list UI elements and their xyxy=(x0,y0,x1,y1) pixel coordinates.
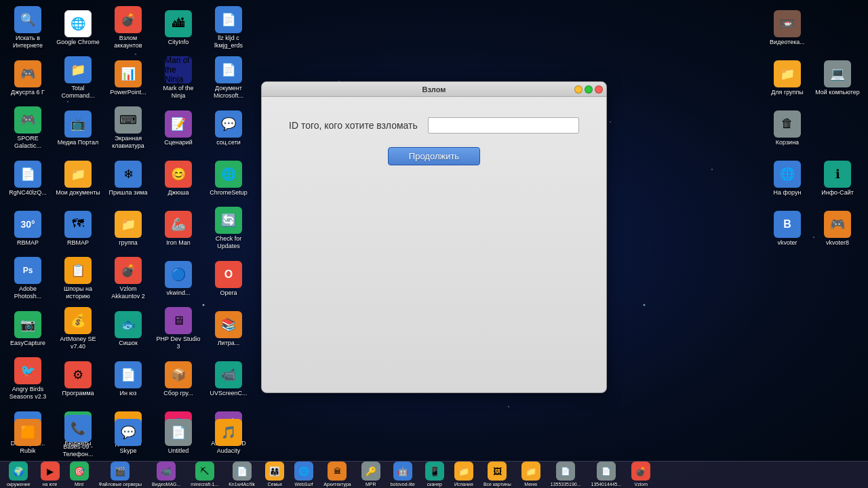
button-row: Продолжить xyxy=(289,147,579,165)
modal-content: ID того, кого хотите взломать Продолжить xyxy=(262,97,606,186)
id-input[interactable] xyxy=(428,117,579,134)
modal-titlebar: Взлом xyxy=(262,82,606,97)
form-label: ID того, кого хотите взломать xyxy=(289,120,418,131)
modal-overlay: Взлом ID того, кого хотите взломать Прод… xyxy=(0,0,868,488)
maximize-button[interactable] xyxy=(585,85,593,94)
modal-title: Взлом xyxy=(422,85,446,94)
desktop: 🔍 Искать в Интернете 🌐 Google Chrome 💣 В… xyxy=(0,0,868,488)
close-button[interactable] xyxy=(595,85,603,94)
modal-window: Взлом ID того, кого хотите взломать Прод… xyxy=(261,81,607,393)
submit-button[interactable]: Продолжить xyxy=(388,147,480,165)
minimize-button[interactable] xyxy=(574,85,583,94)
window-controls xyxy=(574,85,603,94)
form-row: ID того, кого хотите взломать xyxy=(289,117,579,134)
